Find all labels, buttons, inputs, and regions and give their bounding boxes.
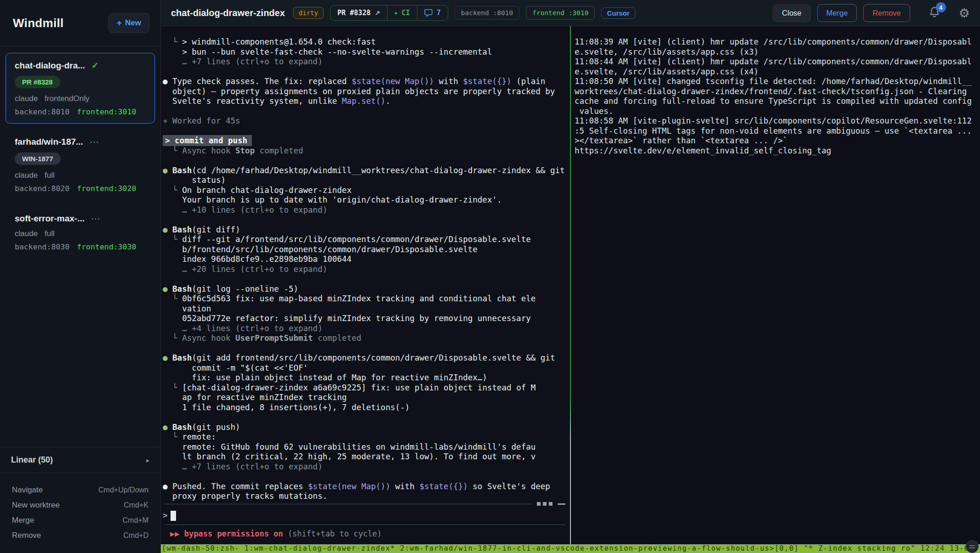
- terminal-line: ● Bash(git add frontend/src/lib/componen…: [163, 353, 570, 363]
- ellipsis-menu-icon[interactable]: ⋯: [91, 213, 101, 224]
- terminal-pane[interactable]: └ > windmill-components@1.654.0 check:fa…: [161, 26, 570, 544]
- sidebar-header: Windmill + New: [0, 0, 160, 46]
- overlay-menu-circle[interactable]: [966, 540, 979, 553]
- resize-handle-icon[interactable]: [537, 502, 553, 506]
- frontend-port: frontend:3030: [77, 243, 136, 251]
- merge-button[interactable]: Merge: [817, 4, 857, 22]
- pr-number: PR #8328: [337, 9, 370, 17]
- backend-port: backend:8030: [15, 243, 69, 251]
- terminal-line: Your branch is up to date with 'origin/c…: [163, 195, 570, 205]
- shortcut-keys: Cmd+D: [123, 531, 148, 540]
- pr-badge: PR #8328: [15, 76, 60, 88]
- terminal-line: [163, 156, 570, 166]
- log-line: 11:08:58 AM [vite-plugin-svelte] src/lib…: [575, 116, 978, 126]
- backend-port-badge[interactable]: backend :8010: [455, 6, 520, 20]
- terminal-line: b/frontend/src/lib/components/common/dra…: [163, 245, 570, 255]
- backend-port: backend:8020: [15, 184, 69, 193]
- frontend-port-badge[interactable]: frontend :3010: [526, 6, 595, 20]
- terminal-line: … +10 lines (ctrl+o to expand): [163, 205, 570, 215]
- shortcut-label: Merge: [12, 516, 34, 525]
- terminal-line: … +7 lines (ctrl+o to expand): [163, 462, 570, 472]
- worktree-item-chat-dialog[interactable]: chat-dialog-dra... ✓ PR #8328 claude fro…: [6, 53, 155, 124]
- terminal-line: status): [163, 175, 570, 186]
- terminal-line: ● Bash(git diff): [163, 225, 570, 235]
- bypass-permissions-hint: (shift+tab to cycle): [288, 529, 382, 538]
- terminal-line: [163, 126, 570, 136]
- frontend-port: frontend:3020: [77, 184, 136, 193]
- terminal-line: └ [chat-dialog-drawer-zindex a6a69c9225]…: [163, 383, 570, 393]
- close-button[interactable]: Close: [773, 4, 810, 22]
- ellipsis-menu-icon[interactable]: ⋯: [90, 136, 100, 147]
- terminal-line: proxy properly tracks mutations.: [163, 491, 570, 501]
- log-line: cache and forcing full-reload to ensure …: [575, 96, 978, 107]
- mode-tag: full: [45, 229, 55, 238]
- terminal-lines: └ > windmill-components@1.654.0 check:fa…: [163, 37, 570, 501]
- ci-status-button[interactable]: ● CI: [387, 6, 417, 20]
- comments-button[interactable]: 7: [417, 6, 448, 20]
- shortcut-merge: Merge Cmd+M: [12, 513, 148, 528]
- new-button-label: New: [125, 18, 141, 28]
- log-line: values.: [575, 107, 978, 117]
- remove-button[interactable]: Remove: [863, 4, 910, 22]
- worktree-name: soft-error-max-...: [15, 214, 85, 224]
- shortcut-keys: Cmd+Up/Down: [98, 486, 148, 494]
- log-line: https://svelte.dev/e/element_invalid_sel…: [575, 146, 978, 156]
- terminal-line: 1 file changed, 8 insertions(+), 7 delet…: [163, 403, 570, 413]
- terminal-prompt-input[interactable]: >: [163, 507, 570, 525]
- log-line: 11:08:44 AM [vite] (client) hmr update /…: [575, 57, 978, 67]
- agent-tag: claude: [15, 171, 38, 180]
- terminal-line: > commit and push: [163, 136, 570, 146]
- shortcut-label: New worktree: [12, 501, 60, 510]
- agent-tag: claude: [15, 94, 38, 103]
- log-line: 11:08:50 AM [vite] changed tsconfig file…: [575, 77, 978, 87]
- check-icon: ✓: [91, 60, 99, 71]
- linear-section-toggle[interactable]: Linear (50) ▸: [0, 447, 160, 473]
- terminal-line: ● Bash(git log --oneline -5): [163, 284, 570, 294]
- comment-count: 7: [437, 9, 441, 17]
- log-line: e.svelte, /src/lib/assets/app.css (x3): [575, 47, 978, 57]
- terminal-line: [163, 472, 570, 482]
- terminal-line: object) — property assignments on proxie…: [163, 87, 570, 97]
- text-cursor: [171, 511, 176, 521]
- terminal-line: fix: use plain object instead of Map for…: [163, 373, 570, 383]
- worktree-item-soft-error[interactable]: soft-error-max-... ⋯ claude full backend…: [6, 206, 155, 259]
- terminal-line: [163, 274, 570, 284]
- terminal-line: index 966bd8cfe9..e2898eb9ba 100644: [163, 254, 570, 265]
- caret-right-icon: ▸: [146, 457, 149, 464]
- divider-dash: [558, 503, 565, 505]
- main-area: chat-dialog-drawer-zindex dirty PR #8328…: [161, 0, 980, 553]
- ci-status-dot: ●: [394, 10, 398, 16]
- backend-port: backend:8010: [15, 107, 69, 116]
- agent-tag: claude: [15, 229, 38, 238]
- new-worktree-button[interactable]: + New: [108, 13, 149, 33]
- shortcut-new-worktree: New worktree Cmd+K: [12, 497, 148, 513]
- notifications-button[interactable]: 4: [929, 6, 942, 20]
- page-title: chat-dialog-drawer-zindex: [171, 8, 285, 18]
- log-line: worktrees/chat-dialog-drawer-zindex/fron…: [575, 87, 978, 97]
- permissions-mode-indicator: ▶▶ bypass permissions on (shift+tab to c…: [163, 525, 570, 545]
- bypass-permissions-label: ▶▶ bypass permissions on: [170, 529, 288, 538]
- worktree-item-win-1877[interactable]: farhad/win-187... ⋯ WIN-1877 claude full…: [6, 129, 155, 200]
- shortcut-keys: Cmd+K: [124, 501, 148, 509]
- tmux-status-text: [wm-dash-50:zsh- 1:wm-chat-dialog-drawer…: [162, 544, 969, 553]
- log-line: ></textarea>` rather than `<textarea ...…: [575, 136, 978, 146]
- terminal-line: [163, 412, 570, 423]
- cursor-editor-button[interactable]: Cursor: [601, 7, 635, 19]
- terminal-line: ap for reactive minZIndex tracking: [163, 393, 570, 403]
- dirty-status-badge: dirty: [293, 7, 324, 19]
- shortcut-legend: Navigate Cmd+Up/Down New worktree Cmd+K …: [0, 473, 160, 553]
- terminal-line: commit -m "$(cat <<'EOF': [163, 363, 570, 373]
- settings-gear-icon[interactable]: ⚙: [959, 6, 970, 20]
- linear-label: Linear (50): [11, 455, 53, 465]
- terminal-line: lt branch (2 critical, 22 high, 25 moder…: [163, 452, 570, 462]
- prompt-chevron: >: [163, 511, 168, 521]
- shortcut-label: Remove: [12, 531, 41, 540]
- mode-tag: frontendOnly: [45, 94, 89, 103]
- mode-tag: full: [45, 171, 55, 180]
- dev-server-log-pane[interactable]: 11:08:39 AM [vite] (client) hmr update /…: [571, 26, 980, 544]
- worktree-name: farhad/win-187...: [15, 137, 83, 147]
- pr-link-button[interactable]: PR #8328 ↗: [330, 6, 387, 20]
- terminal-line: [163, 67, 570, 77]
- app-window: Windmill + New chat-dialog-dra... ✓ PR #…: [0, 0, 980, 553]
- issue-badge: WIN-1877: [15, 152, 61, 165]
